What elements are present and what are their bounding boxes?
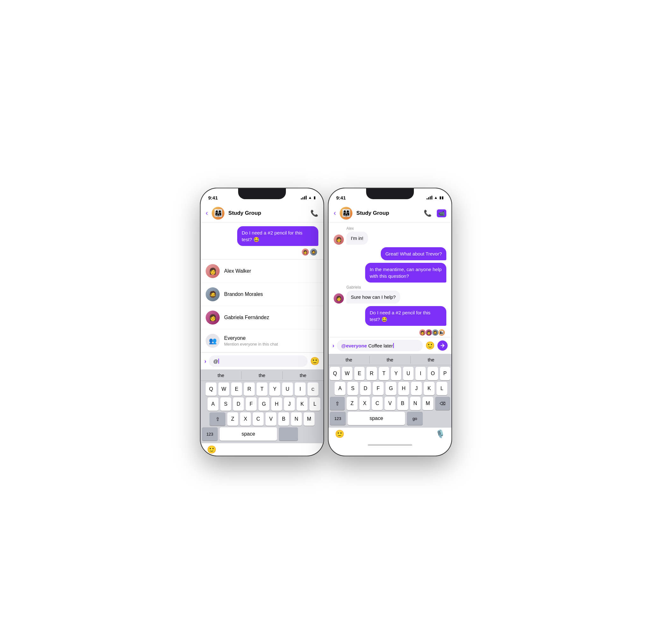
send-button-2[interactable] [437, 340, 447, 351]
key2-l[interactable]: L [436, 382, 447, 395]
suggestion-1c[interactable]: the [283, 371, 323, 379]
key-z[interactable]: Z [227, 412, 238, 426]
key-123[interactable]: 123 [202, 427, 218, 441]
emoji-button-1[interactable]: 🙂 [310, 357, 320, 366]
back-button-2[interactable]: ‹ [334, 210, 336, 217]
key2-i[interactable]: I [415, 367, 426, 380]
suggestion-1a[interactable]: the [200, 371, 242, 379]
key2-go[interactable]: go [407, 412, 423, 425]
wifi-icon-2: ▲ [434, 195, 438, 200]
key-u[interactable]: U [282, 383, 293, 396]
key-b[interactable]: B [278, 412, 289, 426]
key2-q[interactable]: Q [330, 367, 340, 380]
key2-shift[interactable]: ⇧ [330, 397, 345, 410]
bubble-gabriela: Sure how can I help? [346, 290, 400, 304]
key-shift[interactable]: ⇧ [210, 412, 225, 426]
key2-r[interactable]: R [366, 367, 377, 380]
key-e[interactable]: E [231, 383, 242, 396]
cursor-1 [218, 359, 219, 364]
smiley-bottom-icon-2[interactable]: 🙂 [335, 429, 345, 439]
video-call-icon-2[interactable]: 📹 [437, 209, 446, 217]
phone-call-icon-1[interactable]: 📞 [310, 209, 318, 217]
key-m[interactable]: M [304, 412, 315, 426]
key-row2-1: Q W E R T Y U I O P [329, 365, 452, 380]
suggestion-2a[interactable]: the [329, 356, 370, 364]
mic-bottom-icon-2[interactable]: 🎙️ [436, 429, 445, 439]
mention-item-gabriela[interactable]: 👩 Gabriela Fernández [200, 306, 323, 329]
key2-space[interactable]: space [348, 412, 405, 425]
key-c[interactable]: C [253, 412, 264, 426]
key-t[interactable]: T [256, 383, 267, 396]
key2-f[interactable]: F [373, 382, 384, 395]
message-input-1[interactable]: @ [209, 356, 307, 367]
key-c-cut[interactable]: C [307, 383, 318, 396]
key2-w[interactable]: W [342, 367, 352, 380]
key2-k[interactable]: K [424, 382, 435, 395]
back-button-1[interactable]: ‹ [206, 210, 208, 217]
key-row-1: Q W E R T Y U I C [200, 381, 323, 396]
nav-actions-2: 📞 📹 [424, 209, 446, 217]
key2-m[interactable]: M [423, 397, 433, 410]
key2-h[interactable]: H [398, 382, 409, 395]
key-q[interactable]: Q [206, 383, 216, 396]
key2-o[interactable]: O [428, 367, 438, 380]
key-g[interactable]: G [259, 397, 269, 411]
key-w[interactable]: W [218, 383, 229, 396]
key2-a[interactable]: A [334, 382, 346, 395]
suggestion-2c[interactable]: the [411, 356, 452, 364]
key-v[interactable]: V [266, 412, 276, 426]
key2-delete[interactable]: ⌫ [435, 397, 450, 410]
suggestion-2b[interactable]: the [370, 356, 411, 364]
key2-y[interactable]: Y [391, 367, 401, 380]
message-input-2[interactable]: @everyone Coffee later [337, 340, 423, 351]
key-row2-2: A S D F G H J K L [329, 380, 452, 395]
key-space[interactable]: space [220, 427, 277, 441]
expand-icon-1[interactable]: › [205, 358, 206, 365]
phone-call-icon-2[interactable]: 📞 [424, 209, 432, 217]
key2-g[interactable]: G [385, 382, 396, 395]
key-r[interactable]: R [244, 383, 255, 396]
suggestion-1b[interactable]: the [242, 371, 283, 379]
key-k[interactable]: K [297, 397, 307, 411]
key2-b[interactable]: B [397, 397, 408, 410]
key-f[interactable]: F [246, 397, 256, 411]
key2-p[interactable]: P [440, 367, 450, 380]
key2-x[interactable]: X [359, 397, 370, 410]
gabriela-name: Gabriela Fernández [224, 315, 269, 320]
key-a[interactable]: A [208, 397, 218, 411]
message-alex-im-in: 👩 I'm in! [334, 232, 446, 245]
key2-123[interactable]: 123 [330, 412, 346, 425]
key2-j[interactable]: J [411, 382, 422, 395]
emoji-button-2[interactable]: 🙂 [425, 341, 435, 350]
key2-c[interactable]: C [372, 397, 383, 410]
key2-z[interactable]: Z [347, 397, 357, 410]
key-d[interactable]: D [233, 397, 244, 411]
key2-u[interactable]: U [403, 367, 413, 380]
message-outgoing-help: In the meantime, can anyone help with th… [334, 263, 446, 283]
mention-item-everyone[interactable]: 👥 Everyone Mention everyone in this chat [200, 329, 323, 353]
key2-t[interactable]: T [379, 367, 389, 380]
mention-item-alex[interactable]: 👩 Alex Walker [200, 260, 323, 283]
key-x[interactable]: X [240, 412, 251, 426]
nav-actions-1: 📞 [310, 209, 318, 217]
key-j[interactable]: J [284, 397, 295, 411]
key-i[interactable]: I [295, 383, 306, 396]
cursor-2 [393, 343, 394, 348]
key-s[interactable]: S [220, 397, 231, 411]
key2-e[interactable]: E [354, 367, 364, 380]
mention-item-brandon[interactable]: 🧔 Brandon Morales [200, 283, 323, 306]
expand-icon-2[interactable]: › [332, 342, 334, 349]
suggestions-2: the the the [329, 354, 452, 365]
key-y[interactable]: Y [269, 383, 280, 396]
key2-n[interactable]: N [410, 397, 421, 410]
key2-v[interactable]: V [385, 397, 396, 410]
group-avatar-2: 👩‍👩‍👧 [340, 207, 352, 220]
key-n[interactable]: N [291, 412, 302, 426]
key-return[interactable] [279, 427, 298, 441]
key-l[interactable]: L [309, 397, 320, 411]
smiley-bottom-icon-1[interactable]: 🙂 [207, 445, 216, 454]
key2-s[interactable]: S [347, 382, 358, 395]
bubble-trevor: Great! What about Trevor? [381, 247, 446, 260]
key-h[interactable]: H [271, 397, 282, 411]
key2-d[interactable]: D [360, 382, 371, 395]
